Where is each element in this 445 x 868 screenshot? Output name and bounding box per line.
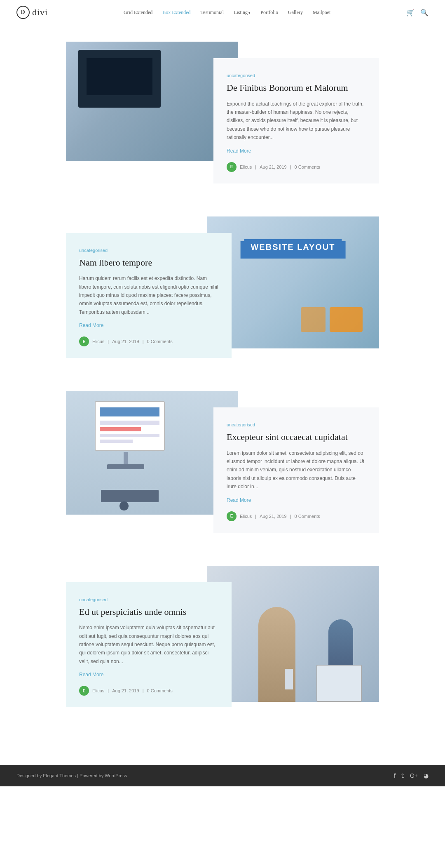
post-meta-2: E Elicus | Aug 21, 2019 | 0 Comments bbox=[79, 336, 218, 346]
post-separator-6: | bbox=[290, 514, 291, 519]
post-separator-3: | bbox=[108, 339, 109, 344]
post-category-4: uncategorised bbox=[79, 597, 218, 602]
nav-icons: 🛒 🔍 bbox=[406, 9, 429, 16]
logo-text: divi bbox=[32, 7, 48, 18]
post-separator-4: | bbox=[143, 339, 144, 344]
post-comments-1: 0 Comments bbox=[295, 165, 320, 169]
nav-links: Grid Extended Box Extended Testimonial L… bbox=[124, 9, 330, 16]
nav-portfolio[interactable]: Portfolio bbox=[260, 9, 278, 16]
post-image-4 bbox=[207, 566, 379, 702]
post-text-3: uncategorised Excepteur sint occaecat cu… bbox=[213, 407, 379, 533]
post-text-4: uncategorised Ed ut perspiciatis unde om… bbox=[66, 582, 232, 708]
post-image-1 bbox=[66, 42, 238, 161]
post-category-2: uncategorised bbox=[79, 248, 218, 253]
post-separator-8: | bbox=[143, 688, 144, 693]
post-excerpt-2: Harum quidem rerum facilis est et expedi… bbox=[79, 274, 218, 316]
post-thumbnail-4 bbox=[207, 566, 379, 702]
post-card-1: uncategorised De Finibus Bonorum et Malo… bbox=[66, 42, 379, 183]
footer-credit: Designed by Elegant Themes | Powered by … bbox=[16, 773, 127, 778]
nav-listing[interactable]: Listing bbox=[234, 9, 251, 16]
post-author-2: Elicus bbox=[92, 339, 104, 344]
post-title-3: Excepteur sint occaecat cupidatat bbox=[227, 431, 366, 443]
post-thumbnail-3 bbox=[66, 391, 238, 515]
post-date-3: Aug 21, 2019 bbox=[260, 514, 286, 519]
post-excerpt-1: Expound the actual teachings of the grea… bbox=[227, 100, 366, 142]
post-image-3 bbox=[66, 391, 238, 515]
google-plus-icon[interactable]: G+ bbox=[410, 772, 418, 779]
post-author-3: Elicus bbox=[240, 514, 252, 519]
post-comments-4: 0 Comments bbox=[147, 688, 173, 693]
post-avatar-1: E bbox=[227, 162, 237, 172]
social-links: f 𝕥 G+ ◕ bbox=[394, 772, 429, 779]
post-avatar-2: E bbox=[79, 336, 89, 346]
post-read-more-4[interactable]: Read More bbox=[79, 672, 103, 677]
post-thumbnail-2: WEBSITE LAYOUT bbox=[207, 216, 379, 348]
post-date-1: Aug 21, 2019 bbox=[260, 165, 286, 169]
post-card-4: uncategorised Ed ut perspiciatis unde om… bbox=[66, 566, 379, 708]
post-meta-3: E Elicus | Aug 21, 2019 | 0 Comments bbox=[227, 511, 366, 521]
post-card-2: uncategorised Nam libero tempore Harum q… bbox=[66, 216, 379, 358]
post-excerpt-4: Nemo enim ipsam voluptatem quia voluptas… bbox=[79, 623, 218, 666]
nav-mailpoet[interactable]: Mailpoet bbox=[313, 9, 330, 16]
post-date-4: Aug 21, 2019 bbox=[112, 688, 139, 693]
post-separator-2: | bbox=[290, 165, 291, 169]
post-read-more-2[interactable]: Read More bbox=[79, 322, 103, 328]
post-meta-1: E Elicus | Aug 21, 2019 | 0 Comments bbox=[227, 162, 366, 172]
post-meta-4: E Elicus | Aug 21, 2019 | 0 Comments bbox=[79, 686, 218, 696]
post-avatar-3: E bbox=[227, 511, 237, 521]
post-read-more-3[interactable]: Read More bbox=[227, 497, 251, 503]
post-text-1: uncategorised De Finibus Bonorum et Malo… bbox=[213, 58, 379, 183]
post-author-4: Elicus bbox=[92, 688, 104, 693]
post-avatar-4: E bbox=[79, 686, 89, 696]
post-title-1: De Finibus Bonorum et Malorum bbox=[227, 82, 366, 94]
nav-gallery[interactable]: Gallery bbox=[288, 9, 303, 16]
post-read-more-1[interactable]: Read More bbox=[227, 148, 251, 154]
post-separator-1: | bbox=[255, 165, 256, 169]
post-separator-5: | bbox=[255, 514, 256, 519]
search-icon[interactable]: 🔍 bbox=[420, 9, 429, 16]
main-nav: D divi Grid Extended Box Extended Testim… bbox=[0, 0, 445, 25]
twitter-icon[interactable]: 𝕥 bbox=[401, 772, 404, 779]
post-excerpt-3: Lorem ipsum dolor sit amet, consectetur … bbox=[227, 449, 366, 491]
post-text-2: uncategorised Nam libero tempore Harum q… bbox=[66, 233, 232, 358]
post-category-3: uncategorised bbox=[227, 422, 366, 427]
post-title-2: Nam libero tempore bbox=[79, 257, 218, 269]
nav-box-extended[interactable]: Box Extended bbox=[162, 9, 190, 16]
site-logo[interactable]: D divi bbox=[16, 6, 48, 19]
post-comments-3: 0 Comments bbox=[295, 514, 320, 519]
nav-grid-extended[interactable]: Grid Extended bbox=[124, 9, 152, 16]
post-author-1: Elicus bbox=[240, 165, 252, 169]
post-card-3: uncategorised Excepteur sint occaecat cu… bbox=[66, 391, 379, 533]
nav-testimonial[interactable]: Testimonial bbox=[201, 9, 224, 16]
rss-icon[interactable]: ◕ bbox=[424, 772, 429, 779]
post-title-4: Ed ut perspiciatis unde omnis bbox=[79, 606, 218, 618]
page-content: uncategorised De Finibus Bonorum et Malo… bbox=[58, 25, 387, 765]
logo-icon: D bbox=[16, 6, 30, 19]
post-category-1: uncategorised bbox=[227, 73, 366, 78]
site-footer: Designed by Elegant Themes | Powered by … bbox=[0, 765, 445, 786]
cart-icon[interactable]: 🛒 bbox=[406, 9, 415, 16]
post-thumbnail-1 bbox=[66, 42, 238, 161]
post-date-2: Aug 21, 2019 bbox=[112, 339, 139, 344]
facebook-icon[interactable]: f bbox=[394, 772, 396, 779]
post-image-2: WEBSITE LAYOUT bbox=[207, 216, 379, 348]
post-separator-7: | bbox=[108, 688, 109, 693]
post-comments-2: 0 Comments bbox=[147, 339, 173, 344]
